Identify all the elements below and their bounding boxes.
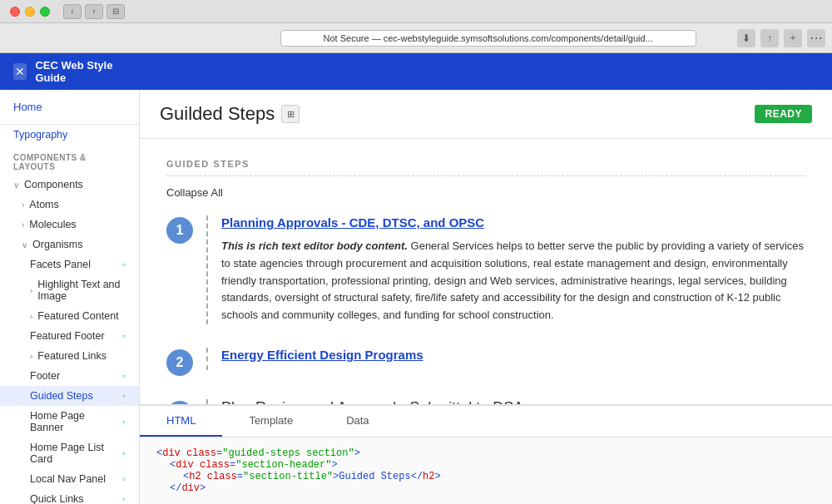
grid-icon[interactable]: ⊞ <box>281 105 300 123</box>
close-button[interactable] <box>10 7 20 17</box>
page-title: Guilded Steps <box>160 103 275 125</box>
browser-nav-buttons: ‹ › <box>63 4 103 19</box>
app-container: ✕ CEC Web Style Guide Home Typography CO… <box>0 53 832 504</box>
step-title-2[interactable]: Energy Efficient Design Programs <box>221 348 805 362</box>
maximize-button[interactable] <box>40 7 50 17</box>
tab-template[interactable]: Template <box>222 406 319 437</box>
more-icon[interactable]: ⋯ <box>807 29 825 47</box>
download-icon[interactable]: ⬇ <box>737 29 755 47</box>
code-content: <div class="guided-steps section"> <div … <box>140 437 832 504</box>
step-content-3: Plan Review and Approval - Submittal to … <box>206 399 805 405</box>
tab-html[interactable]: HTML <box>140 406 222 437</box>
share-icon[interactable]: ↑ <box>760 29 779 47</box>
app-title: CEC Web Style Guide <box>35 59 126 84</box>
step-title-1[interactable]: Planning Approvals - CDE, DTSC, and OPSC <box>221 215 805 230</box>
step-content-1: Planning Approvals - CDE, DTSC, and OPSC… <box>206 215 805 324</box>
caret-right-icon: › <box>30 352 32 361</box>
sidebar-item-home-page-banner[interactable]: Home Page Banner ◦ <box>0 406 139 437</box>
reader-button[interactable]: ⊟ <box>106 4 125 19</box>
code-pane: HTML Template Data <div class="guided-st… <box>140 405 832 504</box>
sidebar-item-featured-content[interactable]: › Featured Content <box>0 306 139 326</box>
step-number-1: 1 <box>166 217 193 244</box>
browser-action-icons: ⬇ ↑ ＋ ⋯ <box>737 29 825 47</box>
step-item-2: 2 Energy Efficient Design Programs <box>166 348 805 376</box>
sidebar-item-featured-footer[interactable]: Featured Footer ◦ <box>0 326 139 346</box>
content-header: Guilded Steps ⊞ READY <box>140 90 832 139</box>
main-layout: Home Typography COMPONENTS & LAYOUTS ∨ C… <box>0 90 832 504</box>
code-line-3: <h2 class="section-title">Guided Steps</… <box>156 471 815 482</box>
sidebar-item-home-page-list-card[interactable]: Home Page List Card ◦ <box>0 437 139 469</box>
sidebar-item-home[interactable]: Home <box>0 96 139 117</box>
code-line-4: </div> <box>156 482 815 494</box>
step-item-3: 3 Plan Review and Approval - Submittal t… <box>166 399 805 405</box>
sidebar-header: ✕ CEC Web Style Guide <box>0 53 140 90</box>
sidebar-item-quick-links[interactable]: Quick Links ◦ <box>0 489 139 504</box>
sidebar-item-footer[interactable]: Footer ◦ <box>0 366 139 386</box>
caret-down-icon: ∨ <box>22 240 27 250</box>
sidebar-item-components[interactable]: ∨ Components <box>0 175 139 195</box>
step-number-2: 2 <box>166 349 193 376</box>
caret-right-icon: › <box>30 312 32 321</box>
step-content-2: Energy Efficient Design Programs <box>206 348 805 370</box>
sidebar-top: Home <box>0 90 139 125</box>
sidebar-item-organisms[interactable]: ∨ Organisms <box>0 235 139 254</box>
forward-button[interactable]: › <box>85 4 103 19</box>
caret-right-icon: › <box>22 220 24 230</box>
ready-badge: READY <box>755 105 812 123</box>
code-line-2: <div class="section-header"> <box>156 459 815 471</box>
preview-pane: GUIDED STEPS Collapse All 1 Planning App… <box>140 139 832 405</box>
sidebar-item-atoms[interactable]: › Atoms <box>0 195 139 215</box>
sidebar-item-local-nav-panel[interactable]: Local Nav Panel ◦ <box>0 469 139 489</box>
sidebar-item-typography[interactable]: Typography <box>0 125 139 145</box>
code-tabs: HTML Template Data <box>140 406 832 437</box>
tab-data[interactable]: Data <box>319 406 395 437</box>
sidebar: Home Typography COMPONENTS & LAYOUTS ∨ C… <box>0 90 140 504</box>
step-body-1: This is rich text editor body content. G… <box>221 238 805 324</box>
caret-down-icon: ∨ <box>13 180 19 190</box>
code-line-1: <div class="guided-steps section"> <box>156 447 815 459</box>
guided-steps-section-label: GUIDED STEPS <box>166 159 805 176</box>
caret-right-icon: › <box>22 200 24 210</box>
collapse-all-button[interactable]: Collapse All <box>166 186 805 199</box>
step-title-3[interactable]: Plan Review and Approval - Submittal to … <box>221 399 805 405</box>
back-button[interactable]: ‹ <box>63 4 82 19</box>
sidebar-item-highlight-text[interactable]: › Highlight Text and Image <box>0 274 139 306</box>
minimize-button[interactable] <box>25 7 35 17</box>
traffic-lights <box>10 7 50 17</box>
caret-right-icon: › <box>30 286 32 295</box>
sidebar-section-label: COMPONENTS & LAYOUTS <box>0 145 139 175</box>
step-body-italic-1: This is rich text editor body content. <box>221 240 408 252</box>
sidebar-item-guided-steps[interactable]: Guided Steps ◦ <box>0 386 139 406</box>
sidebar-item-molecules[interactable]: › Molecules <box>0 215 139 235</box>
sidebar-close-button[interactable]: ✕ <box>13 63 27 80</box>
sidebar-item-facets-panel[interactable]: Facets Panel ◦ <box>0 254 139 274</box>
content-title-row: Guilded Steps ⊞ <box>160 103 300 125</box>
step-item-1: 1 Planning Approvals - CDE, DTSC, and OP… <box>166 215 805 324</box>
url-input[interactable]: Not Secure — cec-webstyleguide.symsoftso… <box>280 30 696 47</box>
window-chrome: ‹ › ⊟ <box>0 0 832 23</box>
sidebar-item-featured-links[interactable]: › Featured Links <box>0 346 139 366</box>
address-bar: Not Secure — cec-webstyleguide.symsoftso… <box>0 23 832 53</box>
add-tab-icon[interactable]: ＋ <box>784 29 802 47</box>
content-area: Guilded Steps ⊞ READY GUIDED STEPS Colla… <box>140 90 832 504</box>
